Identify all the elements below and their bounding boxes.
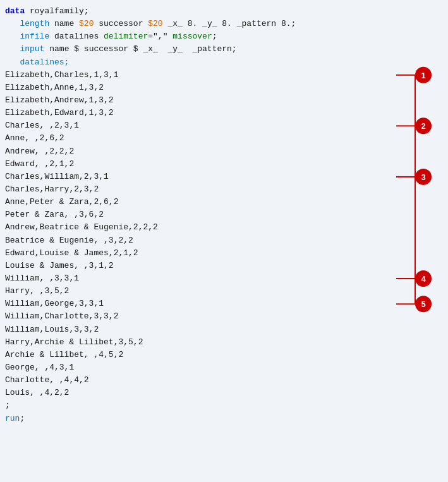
code-line: Harry, ,3,5,2 (0, 285, 448, 298)
code-line: data royalfamily; (0, 5, 448, 18)
code-line: datalines; (0, 56, 448, 69)
code-line: Beatrice & Eugenie, ,3,2,2 (0, 234, 448, 247)
code-line: Charles,William,2,3,1 (0, 171, 448, 183)
code-line: Edward, ,2,1,2 (0, 158, 448, 171)
code-line: Andrew, ,2,2,2 (0, 145, 448, 158)
code-line: Elizabeth,Andrew,1,3,2 (0, 94, 448, 107)
code-line: Louis, ,4,2,2 (0, 387, 448, 399)
code-line: Andrew,Beatrice & Eugenie,2,2,2 (0, 221, 448, 234)
code-line: Charlotte, ,4,4,2 (0, 374, 448, 387)
code-line: length name $20 successor $20 _x_ 8. _y_… (0, 18, 448, 30)
code-line: Louise & James, ,3,1,2 (0, 260, 448, 272)
code-line: Elizabeth,Charles,1,3,1 (0, 69, 448, 81)
code-line: ; (0, 399, 448, 412)
code-line: George, ,4,3,1 (0, 361, 448, 374)
code-line: Edward,Louise & James,2,1,2 (0, 247, 448, 260)
code-line: Elizabeth,Anne,1,3,2 (0, 81, 448, 94)
code-line: Charles, ,2,3,1 (0, 119, 448, 132)
code-line: Elizabeth,Edward,1,3,2 (0, 107, 448, 119)
code-line: Charles,Harry,2,3,2 (0, 183, 448, 196)
code-block: data royalfamily; length name $20 succes… (0, 5, 448, 425)
code-line: infile datalines delimiter="," missover; (0, 30, 448, 43)
code-line: input name $ successor $ _x_ _y_ _patter… (0, 43, 448, 56)
code-line: run; (0, 413, 448, 425)
code-line: Archie & Lilibet, ,4,5,2 (0, 349, 448, 361)
code-line: Peter & Zara, ,3,6,2 (0, 208, 448, 221)
code-line: William,George,3,3,1 (0, 298, 448, 310)
code-container: data royalfamily; length name $20 succes… (0, 0, 448, 482)
code-line: William,Louis,3,3,2 (0, 323, 448, 336)
code-line: Anne,Peter & Zara,2,6,2 (0, 196, 448, 208)
code-line: Harry,Archie & Lilibet,3,5,2 (0, 336, 448, 349)
code-line: William,Charlotte,3,3,2 (0, 310, 448, 323)
code-line: Anne, ,2,6,2 (0, 132, 448, 145)
code-line: William, ,3,3,1 (0, 272, 448, 285)
